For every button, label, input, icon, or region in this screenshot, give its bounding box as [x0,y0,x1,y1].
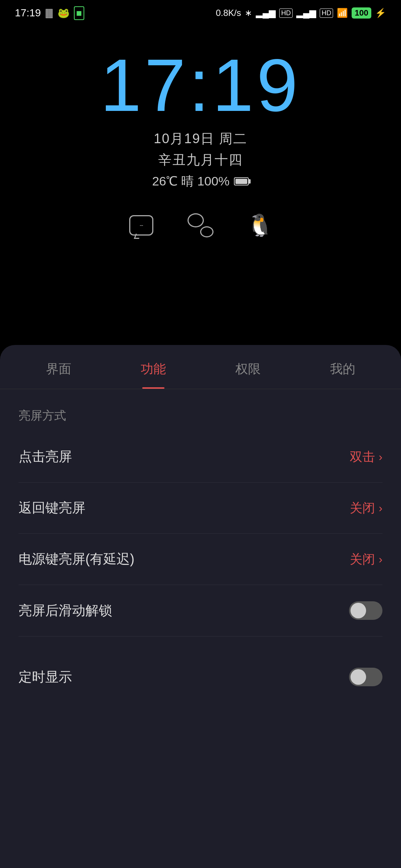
status-right: 0.8K/s ∗ ▂▄▆ HD ▂▄▆ HD 📶 100 ⚡ [216,7,386,19]
lockscreen: 17:19 10月19日 周二 辛丑九月十四 26℃ 晴 100% 🐧 [0,26,401,345]
settings-list: 亮屏方式 点击亮屏 双击 › 返回键亮屏 关闭 › 电源键亮屏(有延迟) 关闭 … [0,389,401,703]
tab-interface[interactable]: 界面 [11,345,106,389]
charging-icon: ⚡ [375,8,386,18]
chevron-icon-tap-wake: › [379,451,382,463]
hd-badge: HD [279,9,293,18]
battery-icon: 100 [352,7,371,19]
setting-label-power-key: 电源键亮屏(有延迟) [19,550,134,568]
app-icon-2: 🐸 [58,7,69,19]
app-icon-3: ■ [74,6,84,20]
hd-badge-2: HD [320,9,333,18]
toggle-slide-unlock[interactable] [349,601,382,620]
network-speed: 0.8K/s [216,8,241,18]
status-left: 17:19 🀫 🐸 ■ [15,6,84,20]
bluetooth-icon: ∗ [245,8,252,18]
setting-label-back-key: 返回键亮屏 [19,499,85,517]
wechat-bubble2 [200,226,213,237]
clock-time: 17:19 [100,48,301,122]
setting-label-tap-wake: 点击亮屏 [19,448,72,466]
battery-sm-icon [234,177,249,185]
wechat-bubble1 [188,213,204,227]
weather-text: 26℃ 晴 100% [152,173,230,190]
qq-notif-icon: 🐧 [247,212,273,238]
clock-weather: 26℃ 晴 100% [152,173,249,190]
clock-date2: 辛丑九月十四 [158,151,243,169]
setting-label-slide-unlock: 亮屏后滑动解锁 [19,602,112,620]
setting-value-back-key: 关闭 › [350,500,382,517]
section-title: 亮屏方式 [19,389,382,431]
status-time: 17:19 [15,7,41,19]
chevron-icon-back-key: › [379,502,382,514]
bottom-sheet: 界面 功能 权限 我的 亮屏方式 点击亮屏 双击 › 返回键亮屏 关闭 › [0,345,401,868]
toggle-timed-display[interactable] [349,668,382,686]
wechat-icon [188,213,213,237]
qq-icon: 🐧 [247,214,273,236]
tab-mine[interactable]: 我的 [295,345,390,389]
tab-function[interactable]: 功能 [106,345,200,389]
setting-row-slide-unlock[interactable]: 亮屏后滑动解锁 [19,585,382,637]
app-icon-1: 🀫 [45,7,53,19]
signal-icon-1: ▂▄▆ [256,8,276,18]
toggle-thumb-timed-display [351,669,366,685]
tab-bar: 界面 功能 权限 我的 [0,345,401,389]
sms-notif-icon [128,212,154,238]
setting-value-tap-wake: 双击 › [350,448,382,466]
spacer [19,637,382,651]
bubble-tail [134,234,141,239]
setting-value-power-key: 关闭 › [350,551,382,568]
toggle-thumb-slide-unlock [351,603,366,618]
message-bubble-icon [129,215,153,236]
wifi-icon: 📶 [337,8,348,18]
chevron-icon-power-key: › [379,553,382,566]
clock-date1: 10月19日 周二 [154,130,247,148]
signal-icon-2: ▂▄▆ [296,8,316,18]
tab-permission[interactable]: 权限 [200,345,295,389]
setting-row-back-key[interactable]: 返回键亮屏 关闭 › [19,483,382,534]
setting-label-timed-display: 定时显示 [19,668,72,686]
setting-row-tap-wake[interactable]: 点击亮屏 双击 › [19,431,382,483]
setting-row-power-key[interactable]: 电源键亮屏(有延迟) 关闭 › [19,534,382,585]
setting-row-timed-display[interactable]: 定时显示 [19,651,382,703]
status-bar: 17:19 🀫 🐸 ■ 0.8K/s ∗ ▂▄▆ HD ▂▄▆ HD 📶 100… [0,0,401,26]
notification-icons: 🐧 [128,212,273,238]
wechat-notif-icon [188,212,213,238]
